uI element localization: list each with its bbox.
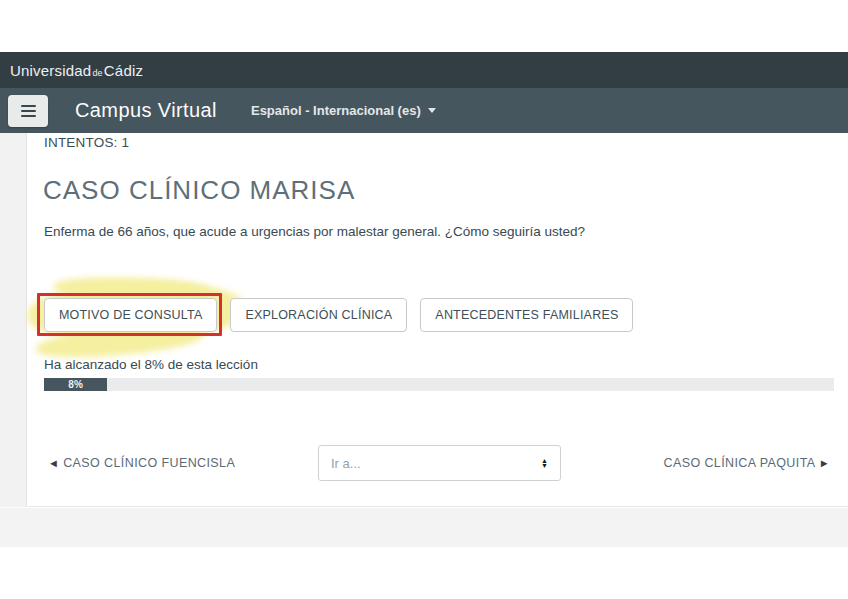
jump-to-select[interactable]: Ir a... ▲ ▼: [318, 445, 561, 481]
hamburger-icon: [21, 105, 36, 107]
nav-drawer-strip: [0, 133, 27, 507]
answer-button-motivo-de-consulta[interactable]: MOTIVO DE CONSULTA: [44, 298, 217, 332]
navbar: Campus Virtual Español - Internacional (…: [0, 88, 848, 133]
attempts-label: INTENTOS: 1: [44, 135, 129, 150]
progress-fill: 8%: [44, 378, 107, 391]
language-label: Español - Internacional (es): [251, 103, 421, 118]
lesson-main: INTENTOS: 1 CASO CLÍNICO MARISA Enferma …: [28, 133, 848, 507]
brand-part-2: de: [91, 68, 103, 78]
next-lesson-label: CASO CLÍNICA PAQUITA: [664, 456, 815, 470]
lesson-title: CASO CLÍNICO MARISA: [43, 175, 355, 206]
language-menu[interactable]: Español - Internacional (es): [251, 103, 436, 118]
caret-down-icon: [428, 108, 436, 113]
university-brand[interactable]: UniversidaddeCádiz: [10, 62, 143, 79]
answer-button-exploracion-clinica[interactable]: EXPLORACIÓN CLÍNICA: [230, 298, 407, 332]
progress-label: Ha alcanzado el 8% de esta lección: [44, 357, 258, 372]
prev-lesson-label: CASO CLÍNICO FUENCISLA: [63, 456, 235, 470]
left-arrow-icon: ◄: [48, 457, 59, 469]
site-title[interactable]: Campus Virtual: [75, 99, 217, 122]
menu-button[interactable]: [8, 95, 48, 127]
prev-lesson-link[interactable]: ◄ CASO CLÍNICO FUENCISLA: [48, 456, 235, 470]
answer-buttons-row: MOTIVO DE CONSULTA EXPLORACIÓN CLÍNICA A…: [44, 298, 633, 332]
updown-arrows-icon: ▲ ▼: [541, 458, 548, 468]
footer-band: [0, 508, 848, 547]
brand-part-1: Universidad: [10, 62, 91, 79]
lesson-card: INTENTOS: 1 CASO CLÍNICO MARISA Enferma …: [0, 133, 848, 507]
progress-bar: 8%: [44, 378, 834, 391]
brand-part-3: Cádiz: [104, 62, 143, 79]
right-arrow-icon: ►: [819, 457, 830, 469]
lesson-description: Enferma de 66 años, que acude a urgencia…: [44, 224, 585, 239]
jump-to-placeholder: Ir a...: [331, 456, 361, 471]
next-lesson-link[interactable]: CASO CLÍNICA PAQUITA ►: [664, 456, 831, 470]
answer-button-antecedentes-familiares[interactable]: ANTECEDENTES FAMILIARES: [420, 298, 633, 332]
university-topbar: UniversidaddeCádiz: [0, 52, 848, 88]
